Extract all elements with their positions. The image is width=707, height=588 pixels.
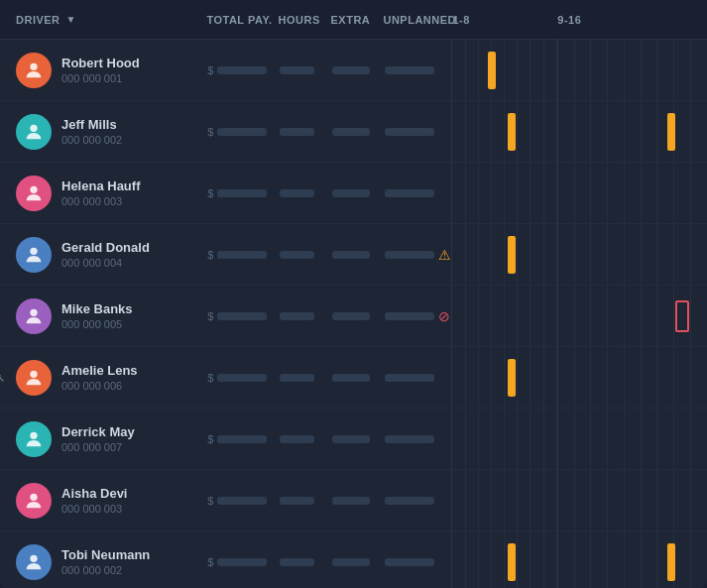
grid-cols-18: [452, 470, 556, 531]
grid-col-18: [492, 163, 505, 224]
grid-col-18: [530, 286, 543, 347]
grid-col-916: [608, 347, 625, 409]
grid-col-916: [674, 470, 691, 531]
totalpay-bar: [217, 435, 267, 443]
grid-col-916: [625, 40, 642, 101]
grid-col-916: [674, 163, 691, 224]
grid-col-18: [530, 224, 543, 286]
driver-id: 000 000 005: [61, 318, 133, 330]
totalpay-bar: [217, 312, 267, 320]
grid-col-18: [479, 101, 492, 163]
hours-bar: [280, 312, 314, 320]
driver-sort-icon[interactable]: ▼: [66, 14, 76, 25]
person-icon: [23, 305, 45, 327]
grid-col-18: [518, 470, 530, 531]
cell-extra: [332, 251, 385, 259]
grid-col-916: [591, 163, 608, 224]
grid-cols-18: [452, 101, 556, 163]
dollar-sign: $: [207, 310, 213, 322]
cell-totalpay: $: [207, 249, 279, 261]
grid-col-916: [657, 286, 674, 347]
driver-name-group: Tobi Neumann 000 000 002: [61, 547, 150, 576]
grid-col-18: [518, 347, 530, 409]
hours-bar: [280, 497, 314, 505]
grid-col-916: [558, 40, 575, 101]
unplanned-bar: [385, 189, 434, 197]
header-row: DRIVER ▼ TOTAL PAY. HOURS EXTRA UNPLANNE…: [0, 0, 707, 40]
dollar-sign: $: [207, 556, 213, 568]
grid-col-18: [492, 347, 505, 409]
person-icon: [23, 490, 45, 512]
grid-col-18: [544, 470, 557, 531]
timeline-916: [557, 40, 691, 101]
grid-col-18: [518, 286, 530, 347]
table-row[interactable]: ↖ Amelie Lens 000 000 006 $: [0, 347, 707, 409]
timeline-18: [451, 40, 556, 101]
grid-col-916: [558, 163, 575, 224]
timeline-916: [557, 101, 691, 163]
table-row[interactable]: Aisha Devi 000 000 003 $: [0, 470, 707, 531]
table-row[interactable]: Helena Hauff 000 000 003 $: [0, 163, 707, 224]
grid-col-18: [505, 40, 518, 101]
cell-unplanned: [385, 435, 452, 443]
timeline-916: [557, 224, 691, 286]
svg-point-3: [30, 247, 37, 254]
unplanned-bar: [385, 312, 434, 320]
grid-col-18: [479, 224, 492, 286]
grid-col-916: [575, 409, 592, 470]
red-box-indicator: [675, 300, 689, 332]
col-header-driver[interactable]: DRIVER ▼: [16, 14, 206, 26]
timeline-18: [451, 409, 556, 470]
grid-col-916: [642, 347, 658, 409]
grid-col-18: [518, 409, 530, 470]
grid-col-916: [608, 101, 625, 163]
avatar: [16, 114, 52, 150]
cell-hours: [280, 374, 332, 382]
hours-bar: [280, 558, 314, 566]
dollar-sign: $: [207, 495, 213, 507]
grid-cols-18: [452, 531, 556, 589]
table-row[interactable]: Gerald Donald 000 000 004 $ ⚠: [0, 224, 707, 286]
grid-col-916: [608, 163, 625, 224]
table-row[interactable]: Mike Banks 000 000 005 $ ⊘: [0, 286, 707, 347]
cell-totalpay: $: [207, 433, 279, 445]
person-icon: [23, 121, 45, 143]
grid-col-916: [657, 470, 674, 531]
grid-col-18: [530, 40, 543, 101]
grid-col-916: [608, 40, 625, 101]
grid-col-916: [642, 101, 658, 163]
grid-cols-18: [452, 286, 556, 347]
grid-col-18: [544, 101, 557, 163]
cell-unplanned: [385, 497, 452, 505]
grid-col-916: [625, 101, 642, 163]
grid-col-916: [625, 347, 642, 409]
col-header-18: 1-8: [452, 14, 557, 26]
warning-icon: ⚠: [438, 247, 451, 263]
person-icon: [23, 244, 45, 266]
grid-col-916: [674, 224, 691, 286]
totalpay-bar: [217, 251, 267, 259]
col-header-extra: EXTRA: [331, 14, 384, 26]
driver-id: 000 000 003: [61, 195, 140, 207]
col-header-totalpay: TOTAL PAY.: [206, 14, 278, 26]
table-row[interactable]: Derrick May 000 000 007 $: [0, 409, 707, 470]
driver-id: 000 000 004: [61, 257, 150, 269]
grid-col-18: [452, 347, 465, 409]
grid-col-18: [544, 347, 557, 409]
grid-col-916: [657, 40, 674, 101]
avatar: [16, 421, 52, 457]
timeline-916: [557, 409, 691, 470]
cell-hours: [280, 128, 332, 136]
grid-col-18: [518, 163, 530, 224]
avatar: [16, 298, 52, 334]
orange-bar-18: [508, 543, 516, 581]
totalpay-bar: [217, 374, 267, 382]
table-row[interactable]: Tobi Neumann 000 000 002 $: [0, 531, 707, 588]
table-row[interactable]: Robert Hood 000 000 001 $: [0, 40, 707, 101]
dollar-sign: $: [207, 187, 213, 199]
driver-info: Tobi Neumann 000 000 002: [16, 544, 207, 580]
grid-col-916: [591, 409, 608, 470]
cell-hours: [280, 497, 332, 505]
grid-col-18: [505, 409, 518, 470]
table-row[interactable]: Jeff Mills 000 000 002 $: [0, 101, 707, 163]
